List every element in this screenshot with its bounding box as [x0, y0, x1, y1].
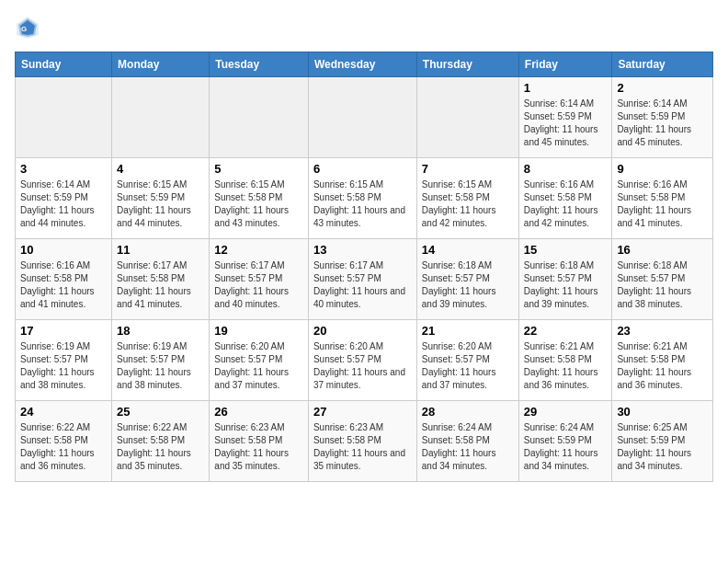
day-number: 11 — [117, 243, 204, 257]
day-number: 2 — [617, 81, 708, 95]
calendar-cell: 23Sunrise: 6:21 AM Sunset: 5:58 PM Dayli… — [612, 320, 713, 401]
calendar-cell: 16Sunrise: 6:18 AM Sunset: 5:57 PM Dayli… — [612, 239, 713, 320]
calendar-cell: 12Sunrise: 6:17 AM Sunset: 5:57 PM Dayli… — [210, 239, 309, 320]
day-info: Sunrise: 6:15 AM Sunset: 5:59 PM Dayligh… — [117, 178, 204, 230]
header: G — [15, 15, 713, 40]
calendar-cell: 27Sunrise: 6:23 AM Sunset: 5:58 PM Dayli… — [308, 401, 416, 482]
day-number: 10 — [20, 243, 107, 257]
calendar-header: SundayMondayTuesdayWednesdayThursdayFrid… — [16, 52, 713, 77]
day-info: Sunrise: 6:15 AM Sunset: 5:58 PM Dayligh… — [422, 178, 514, 230]
calendar-cell — [16, 77, 112, 158]
calendar-cell: 11Sunrise: 6:17 AM Sunset: 5:58 PM Dayli… — [112, 239, 210, 320]
weekday-header: Friday — [518, 52, 612, 77]
day-info: Sunrise: 6:24 AM Sunset: 5:59 PM Dayligh… — [524, 421, 608, 473]
day-number: 12 — [214, 243, 303, 257]
day-info: Sunrise: 6:20 AM Sunset: 5:57 PM Dayligh… — [422, 340, 514, 392]
day-number: 26 — [214, 405, 303, 419]
calendar-cell — [308, 77, 416, 158]
day-number: 8 — [524, 162, 608, 176]
day-number: 5 — [214, 162, 303, 176]
calendar-cell: 6Sunrise: 6:15 AM Sunset: 5:58 PM Daylig… — [308, 158, 416, 239]
weekday-header: Sunday — [16, 52, 112, 77]
day-info: Sunrise: 6:18 AM Sunset: 5:57 PM Dayligh… — [617, 259, 708, 311]
calendar-cell: 24Sunrise: 6:22 AM Sunset: 5:58 PM Dayli… — [16, 401, 112, 482]
calendar-cell: 22Sunrise: 6:21 AM Sunset: 5:58 PM Dayli… — [518, 320, 612, 401]
calendar-cell: 4Sunrise: 6:15 AM Sunset: 5:59 PM Daylig… — [112, 158, 210, 239]
logo-icon: G — [15, 15, 40, 40]
day-info: Sunrise: 6:18 AM Sunset: 5:57 PM Dayligh… — [524, 259, 608, 311]
calendar-cell: 14Sunrise: 6:18 AM Sunset: 5:57 PM Dayli… — [416, 239, 518, 320]
calendar-cell: 20Sunrise: 6:20 AM Sunset: 5:57 PM Dayli… — [308, 320, 416, 401]
weekday-header: Monday — [112, 52, 210, 77]
calendar-cell: 7Sunrise: 6:15 AM Sunset: 5:58 PM Daylig… — [416, 158, 518, 239]
svg-text:G: G — [21, 25, 27, 33]
day-info: Sunrise: 6:16 AM Sunset: 5:58 PM Dayligh… — [524, 178, 608, 230]
day-number: 30 — [617, 405, 708, 419]
day-info: Sunrise: 6:19 AM Sunset: 5:57 PM Dayligh… — [20, 340, 107, 392]
calendar-week: 10Sunrise: 6:16 AM Sunset: 5:58 PM Dayli… — [16, 239, 713, 320]
calendar-table: SundayMondayTuesdayWednesdayThursdayFrid… — [15, 52, 713, 482]
calendar-week: 3Sunrise: 6:14 AM Sunset: 5:59 PM Daylig… — [16, 158, 713, 239]
day-info: Sunrise: 6:20 AM Sunset: 5:57 PM Dayligh… — [214, 340, 303, 392]
day-number: 4 — [117, 162, 204, 176]
day-number: 14 — [422, 243, 514, 257]
day-number: 13 — [313, 243, 412, 257]
calendar-cell: 17Sunrise: 6:19 AM Sunset: 5:57 PM Dayli… — [16, 320, 112, 401]
weekday-header: Thursday — [416, 52, 518, 77]
calendar-cell: 8Sunrise: 6:16 AM Sunset: 5:58 PM Daylig… — [518, 158, 612, 239]
day-info: Sunrise: 6:22 AM Sunset: 5:58 PM Dayligh… — [117, 421, 204, 473]
day-number: 28 — [422, 405, 514, 419]
day-number: 6 — [313, 162, 412, 176]
calendar-cell: 18Sunrise: 6:19 AM Sunset: 5:57 PM Dayli… — [112, 320, 210, 401]
day-info: Sunrise: 6:14 AM Sunset: 5:59 PM Dayligh… — [617, 98, 708, 149]
weekday-header: Wednesday — [308, 52, 416, 77]
day-number: 20 — [313, 324, 412, 338]
day-number: 15 — [524, 243, 608, 257]
weekday-header: Saturday — [612, 52, 713, 77]
logo: G — [15, 15, 44, 40]
day-number: 19 — [214, 324, 303, 338]
day-number: 3 — [20, 162, 107, 176]
weekday-header: Tuesday — [210, 52, 309, 77]
day-info: Sunrise: 6:16 AM Sunset: 5:58 PM Dayligh… — [617, 178, 708, 230]
day-info: Sunrise: 6:17 AM Sunset: 5:58 PM Dayligh… — [117, 259, 204, 311]
day-info: Sunrise: 6:20 AM Sunset: 5:57 PM Dayligh… — [313, 340, 412, 392]
day-info: Sunrise: 6:24 AM Sunset: 5:58 PM Dayligh… — [422, 421, 514, 473]
calendar-cell: 5Sunrise: 6:15 AM Sunset: 5:58 PM Daylig… — [210, 158, 309, 239]
day-number: 24 — [20, 405, 107, 419]
day-number: 16 — [617, 243, 708, 257]
day-info: Sunrise: 6:21 AM Sunset: 5:58 PM Dayligh… — [617, 340, 708, 392]
day-info: Sunrise: 6:23 AM Sunset: 5:58 PM Dayligh… — [313, 421, 412, 473]
calendar-cell: 9Sunrise: 6:16 AM Sunset: 5:58 PM Daylig… — [612, 158, 713, 239]
calendar-week: 24Sunrise: 6:22 AM Sunset: 5:58 PM Dayli… — [16, 401, 713, 482]
day-number: 17 — [20, 324, 107, 338]
calendar-cell: 19Sunrise: 6:20 AM Sunset: 5:57 PM Dayli… — [210, 320, 309, 401]
day-info: Sunrise: 6:18 AM Sunset: 5:57 PM Dayligh… — [422, 259, 514, 311]
day-info: Sunrise: 6:22 AM Sunset: 5:58 PM Dayligh… — [20, 421, 107, 473]
day-number: 9 — [617, 162, 708, 176]
calendar-cell — [416, 77, 518, 158]
calendar-cell: 30Sunrise: 6:25 AM Sunset: 5:59 PM Dayli… — [612, 401, 713, 482]
day-number: 18 — [117, 324, 204, 338]
calendar-cell: 10Sunrise: 6:16 AM Sunset: 5:58 PM Dayli… — [16, 239, 112, 320]
day-number: 1 — [524, 81, 608, 95]
day-number: 22 — [524, 324, 608, 338]
calendar-cell: 3Sunrise: 6:14 AM Sunset: 5:59 PM Daylig… — [16, 158, 112, 239]
day-number: 21 — [422, 324, 514, 338]
calendar-cell — [112, 77, 210, 158]
day-number: 23 — [617, 324, 708, 338]
calendar-cell: 1Sunrise: 6:14 AM Sunset: 5:59 PM Daylig… — [518, 77, 612, 158]
calendar-cell: 15Sunrise: 6:18 AM Sunset: 5:57 PM Dayli… — [518, 239, 612, 320]
calendar-cell: 26Sunrise: 6:23 AM Sunset: 5:58 PM Dayli… — [210, 401, 309, 482]
day-info: Sunrise: 6:21 AM Sunset: 5:58 PM Dayligh… — [524, 340, 608, 392]
day-number: 27 — [313, 405, 412, 419]
day-info: Sunrise: 6:23 AM Sunset: 5:58 PM Dayligh… — [214, 421, 303, 473]
calendar-cell: 25Sunrise: 6:22 AM Sunset: 5:58 PM Dayli… — [112, 401, 210, 482]
day-info: Sunrise: 6:19 AM Sunset: 5:57 PM Dayligh… — [117, 340, 204, 392]
day-info: Sunrise: 6:16 AM Sunset: 5:58 PM Dayligh… — [20, 259, 107, 311]
day-info: Sunrise: 6:25 AM Sunset: 5:59 PM Dayligh… — [617, 421, 708, 473]
day-info: Sunrise: 6:17 AM Sunset: 5:57 PM Dayligh… — [313, 259, 412, 311]
calendar-cell: 29Sunrise: 6:24 AM Sunset: 5:59 PM Dayli… — [518, 401, 612, 482]
day-info: Sunrise: 6:15 AM Sunset: 5:58 PM Dayligh… — [313, 178, 412, 230]
day-info: Sunrise: 6:15 AM Sunset: 5:58 PM Dayligh… — [214, 178, 303, 230]
